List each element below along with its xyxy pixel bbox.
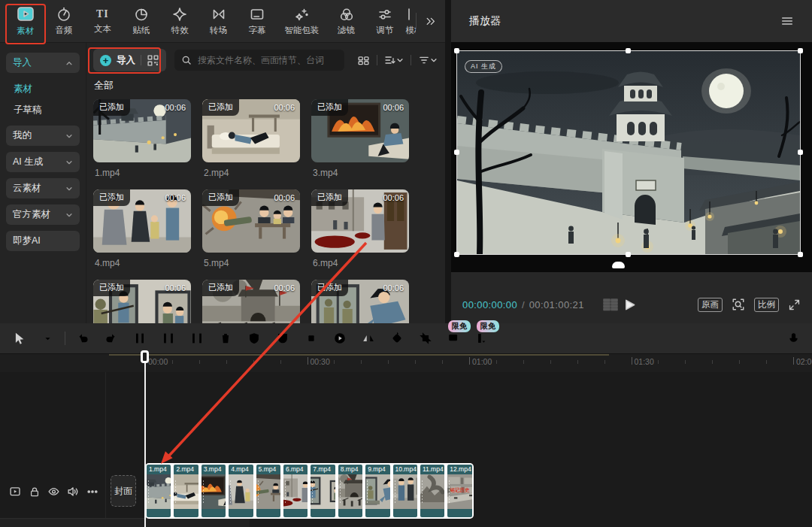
tab-transition[interactable]: 转场 — [199, 0, 238, 42]
sidebar-item-jimeng[interactable]: 即梦AI — [6, 231, 80, 251]
cover-button[interactable]: 封面 — [111, 475, 136, 507]
rotate-handle[interactable] — [612, 262, 625, 268]
media-card[interactable]: 已添加00:064.mp4 — [93, 189, 191, 268]
media-card[interactable]: 已添加00:067.mp4 — [93, 280, 191, 323]
tab-captions[interactable]: 字幕 — [238, 0, 276, 42]
sidebar-item-mine[interactable]: 我的 — [6, 126, 80, 146]
rotate-button[interactable] — [386, 327, 408, 350]
media-card[interactable]: 已添加00:061.mp4 — [93, 99, 191, 178]
timeline-clip[interactable]: 6.mp4 — [283, 465, 308, 517]
sidebar-item-ai-gen[interactable]: AI 生成 — [6, 152, 80, 172]
split-button[interactable] — [129, 327, 151, 350]
tab-smartpack[interactable]: 智能包装 — [277, 0, 327, 42]
record-voiceover-button[interactable] — [782, 327, 804, 350]
hamburger-menu-icon[interactable] — [780, 14, 794, 28]
clip-drag-handle[interactable] — [421, 480, 424, 504]
split-keep-right-button[interactable] — [186, 327, 208, 350]
tab-template[interactable]: 模板 — [404, 0, 417, 42]
media-card[interactable]: 已添加00:062.mp4 — [202, 99, 300, 178]
filter-icon[interactable] — [418, 54, 438, 66]
timeline-clip[interactable]: 3.mp4 — [201, 465, 226, 517]
clip-drag-handle[interactable] — [394, 480, 397, 504]
clip-drag-handle[interactable] — [174, 480, 177, 504]
timeline-clip[interactable]: 2.mp4 — [174, 465, 198, 517]
toggle-visibility-icon[interactable] — [47, 485, 60, 498]
tab-effects[interactable]: 特效 — [161, 0, 199, 42]
transform-handle[interactable] — [626, 48, 631, 53]
play-button[interactable] — [623, 298, 637, 312]
sidebar-item-subdraft[interactable]: 子草稿 — [0, 100, 86, 120]
sort-icon[interactable] — [384, 54, 404, 66]
mirror-button[interactable] — [357, 327, 380, 350]
timeline-clip[interactable]: 1.mp4 — [147, 465, 171, 517]
timeline-clip[interactable]: 4.mp4 — [229, 465, 253, 517]
media-card[interactable]: 已添加00:068.mp4 — [202, 280, 300, 323]
video-track-icon[interactable] — [9, 485, 22, 498]
crop-button[interactable] — [414, 327, 437, 350]
clip-drag-handle[interactable] — [257, 480, 260, 504]
sidebar-item-material[interactable]: 素材 — [0, 79, 86, 98]
transform-handle[interactable] — [454, 48, 459, 53]
transform-handle[interactable] — [454, 252, 459, 257]
playhead-handle[interactable] — [141, 350, 149, 363]
fullscreen-icon[interactable] — [788, 298, 801, 311]
expand-tabs-button[interactable] — [417, 0, 445, 42]
clip-drag-handle[interactable] — [229, 480, 232, 504]
lock-track-icon[interactable] — [29, 486, 41, 498]
delete-fragment-button[interactable]: 限免 — [443, 327, 465, 350]
search-input[interactable] — [196, 54, 338, 66]
timeline-clip[interactable]: 5.mp4 — [256, 465, 280, 517]
sidebar-item-cloud[interactable]: 云素材 — [6, 178, 80, 198]
clip-drag-handle[interactable] — [284, 480, 287, 504]
timeline-clip[interactable]: 11.mp4 — [420, 465, 444, 517]
original-quality-button[interactable]: 原画 — [698, 298, 723, 312]
zoom-fit-icon[interactable] — [732, 298, 745, 311]
media-card[interactable]: 已添加00:066.mp4 — [311, 189, 409, 268]
aspect-ratio-button[interactable]: 比例 — [754, 298, 779, 312]
qr-code-icon[interactable] — [147, 54, 159, 67]
timeline-clip[interactable]: 7.mp4 — [311, 465, 335, 517]
timeline-clip[interactable]: 12.mp4铭记历史 — [447, 465, 471, 517]
tab-media[interactable]: 素材 — [6, 0, 44, 42]
clip-drag-handle[interactable] — [311, 480, 314, 504]
preview-frame[interactable]: AI 生成 — [457, 51, 800, 254]
timeline-ruler[interactable]: 00:0000:3001:0001:3002:00 — [0, 354, 812, 372]
timeline-clip[interactable]: 8.mp4 — [338, 465, 362, 517]
transform-handle[interactable] — [626, 252, 631, 257]
ruler-tick — [253, 360, 254, 364]
clip-drag-handle[interactable] — [339, 480, 342, 504]
clip-drag-handle[interactable] — [202, 480, 205, 504]
clip-drag-handle[interactable] — [147, 480, 150, 504]
transform-handle[interactable] — [798, 48, 803, 53]
delete-button[interactable] — [214, 327, 237, 350]
clip-drag-handle[interactable] — [366, 480, 369, 504]
grid-view-icon[interactable] — [357, 54, 370, 67]
media-card[interactable]: 已添加00:069.mp4 — [311, 280, 409, 323]
frame-grid-icon[interactable] — [602, 297, 619, 312]
search-box[interactable] — [174, 50, 344, 71]
mute-track-icon[interactable] — [67, 485, 80, 498]
media-card[interactable]: 已添加00:063.mp4 — [311, 99, 409, 178]
transform-handle[interactable] — [454, 150, 459, 155]
select-tool-dropdown[interactable] — [36, 327, 59, 350]
scrollbar-track[interactable] — [0, 518, 250, 527]
media-card[interactable]: 已添加00:065.mp4 — [202, 189, 300, 268]
split-keep-left-button[interactable] — [157, 327, 180, 350]
timeline-clip[interactable]: 9.mp4 — [365, 465, 389, 517]
tab-sticker[interactable]: 贴纸 — [122, 0, 160, 42]
transform-handle[interactable] — [798, 150, 803, 155]
tab-audio[interactable]: 音频 — [44, 0, 83, 42]
more-options-icon[interactable] — [86, 486, 98, 498]
sidebar-item-official[interactable]: 官方素材 — [6, 204, 80, 225]
timeline-clip[interactable]: 10.mp4 — [393, 465, 417, 517]
undo-button[interactable] — [71, 327, 94, 350]
select-tool[interactable] — [8, 327, 30, 350]
transform-handle[interactable] — [798, 252, 803, 257]
import-button[interactable]: + 导入 — [93, 49, 166, 71]
tab-filters[interactable]: 滤镜 — [327, 0, 365, 42]
tab-adjust[interactable]: 调节 — [365, 0, 404, 42]
speed-button[interactable] — [329, 327, 351, 350]
sidebar-item-import[interactable]: 导入 — [6, 53, 80, 73]
close-gap-button[interactable]: 限免 — [471, 327, 494, 350]
tab-text[interactable]: TI文本 — [83, 0, 122, 42]
